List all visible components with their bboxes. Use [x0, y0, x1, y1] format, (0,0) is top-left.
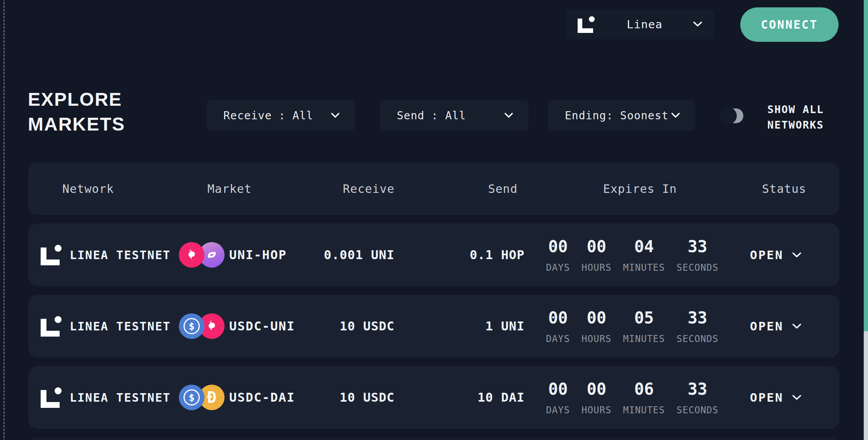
- chevron-down-icon: [504, 113, 513, 118]
- chevron-down-icon: [792, 323, 801, 329]
- receive-filter-label: Receive : All: [223, 109, 331, 122]
- linea-network-icon: [39, 242, 63, 267]
- network-selector-label: Linea: [596, 18, 693, 31]
- receive-filter-dropdown[interactable]: Receive : All: [206, 100, 355, 131]
- expires-countdown: 00DAYS 00HOURS 05MINUTES 33SECONDS: [535, 308, 729, 344]
- market-cell: $ Ð USDC-DAI: [172, 385, 288, 410]
- left-dashed-guide: [3, 0, 5, 440]
- status-badge: OPEN: [750, 248, 784, 262]
- expires-countdown: 00DAYS 00HOURS 04MINUTES 33SECONDS: [535, 237, 729, 273]
- table-row-usdc-uni[interactable]: LINEA TESTNET $ USDC-UNI 10 USDC 1 UNI 0…: [28, 295, 839, 358]
- ending-sort-label: Ending: Soonest: [565, 109, 671, 122]
- dai-glyph: Ð: [207, 390, 216, 405]
- chevron-down-icon: [792, 395, 801, 400]
- send-amount: 10 DAI: [477, 390, 535, 405]
- countdown-seconds: 33SECONDS: [677, 380, 719, 416]
- countdown-hours: 00HOURS: [582, 308, 611, 344]
- status-expander[interactable]: OPEN: [729, 319, 839, 333]
- uni-token-icon: [179, 242, 204, 268]
- linea-logo-icon: [576, 14, 596, 34]
- market-cell: UNI-HOP: [172, 242, 288, 268]
- network-name: LINEA TESTNET: [70, 320, 171, 333]
- col-header-expires: Expires In: [588, 182, 677, 196]
- linea-network-icon: [39, 314, 63, 339]
- countdown-hours: 00HOURS: [582, 237, 611, 273]
- chevron-down-icon: [693, 21, 702, 27]
- network-name: LINEA TESTNET: [70, 248, 171, 262]
- countdown-seconds: 33SECONDS: [677, 308, 719, 344]
- table-row-usdc-dai[interactable]: LINEA TESTNET $ Ð USDC-DAI 10 USDC 10 DA…: [28, 366, 839, 429]
- status-badge: OPEN: [750, 390, 784, 404]
- expires-countdown: 00DAYS 00HOURS 06MINUTES 33SECONDS: [535, 380, 729, 416]
- show-all-label-line2: NETWORKS: [767, 117, 824, 133]
- countdown-minutes: 04MINUTES: [623, 237, 665, 273]
- token-pair-icons: $ Ð: [179, 385, 225, 410]
- network-cell: LINEA TESTNET: [28, 242, 172, 267]
- send-amount: 1 UNI: [485, 319, 535, 333]
- usdc-token-icon: $: [179, 385, 204, 410]
- receive-amount: 10 USDC: [340, 390, 412, 405]
- table-header-row: Network Market Receive Send Expires In S…: [28, 163, 839, 215]
- countdown-hours: 00HOURS: [582, 380, 611, 416]
- page-title: EXPLORE MARKETS: [28, 87, 125, 137]
- market-name: USDC-UNI: [229, 319, 295, 333]
- linea-network-icon: [39, 385, 63, 410]
- market-name: UNI-HOP: [229, 248, 287, 262]
- receive-amount: 0.001 UNI: [324, 248, 412, 262]
- col-header-status: Status: [762, 182, 806, 196]
- show-all-label-line1: SHOW ALL: [767, 102, 824, 117]
- status-expander[interactable]: OPEN: [729, 248, 839, 262]
- network-cell: LINEA TESTNET: [28, 385, 172, 410]
- countdown-days: 00DAYS: [546, 380, 570, 416]
- table-row-uni-hop[interactable]: LINEA TESTNET UNI-HOP 0.001 UNI: [28, 223, 839, 286]
- network-name: LINEA TESTNET: [70, 391, 171, 404]
- page-scrollbar[interactable]: [864, 0, 868, 440]
- network-selector-dropdown[interactable]: Linea: [566, 9, 715, 39]
- token-pair-icons: [179, 242, 225, 268]
- col-header-send: Send: [488, 182, 535, 196]
- receive-amount: 10 USDC: [340, 319, 412, 333]
- markets-table: Network Market Receive Send Expires In S…: [28, 163, 839, 429]
- col-header-receive: Receive: [343, 182, 412, 196]
- status-expander[interactable]: OPEN: [729, 390, 839, 404]
- market-cell: $ USDC-UNI: [172, 313, 288, 339]
- col-header-market: Market: [208, 182, 252, 196]
- chevron-down-icon: [671, 113, 680, 118]
- status-badge: OPEN: [750, 319, 784, 333]
- scrollbar-thumb[interactable]: [864, 0, 868, 331]
- connect-wallet-button[interactable]: CONNECT: [740, 7, 839, 42]
- token-pair-icons: $: [179, 313, 225, 339]
- show-all-networks-label: SHOW ALL NETWORKS: [767, 102, 824, 133]
- send-filter-label: Send : All: [397, 109, 504, 122]
- usdc-dollar-glyph: $: [184, 318, 200, 334]
- explore-markets-screen: Linea CONNECT EXPLORE MARKETS Receive : …: [0, 0, 868, 440]
- countdown-days: 00DAYS: [546, 237, 570, 273]
- send-amount: 0.1 HOP: [470, 248, 535, 262]
- page-title-line1: EXPLORE: [28, 87, 125, 112]
- show-all-networks-toggle[interactable]: [721, 108, 743, 123]
- usdc-dollar-glyph: $: [184, 389, 200, 406]
- network-cell: LINEA TESTNET: [28, 314, 172, 339]
- send-filter-dropdown[interactable]: Send : All: [380, 100, 528, 131]
- chevron-down-icon: [331, 113, 340, 118]
- chevron-down-icon: [792, 252, 801, 258]
- ending-sort-dropdown[interactable]: Ending: Soonest: [548, 100, 695, 131]
- usdc-token-icon: $: [179, 313, 204, 339]
- countdown-minutes: 06MINUTES: [623, 380, 665, 416]
- countdown-seconds: 33SECONDS: [677, 237, 719, 273]
- next-row-partial: [28, 438, 839, 440]
- col-header-network: Network: [28, 182, 172, 196]
- toggle-knob: [720, 107, 737, 124]
- countdown-days: 00DAYS: [546, 308, 570, 344]
- page-title-line2: MARKETS: [28, 112, 125, 137]
- countdown-minutes: 05MINUTES: [623, 308, 665, 344]
- market-name: USDC-DAI: [229, 390, 295, 405]
